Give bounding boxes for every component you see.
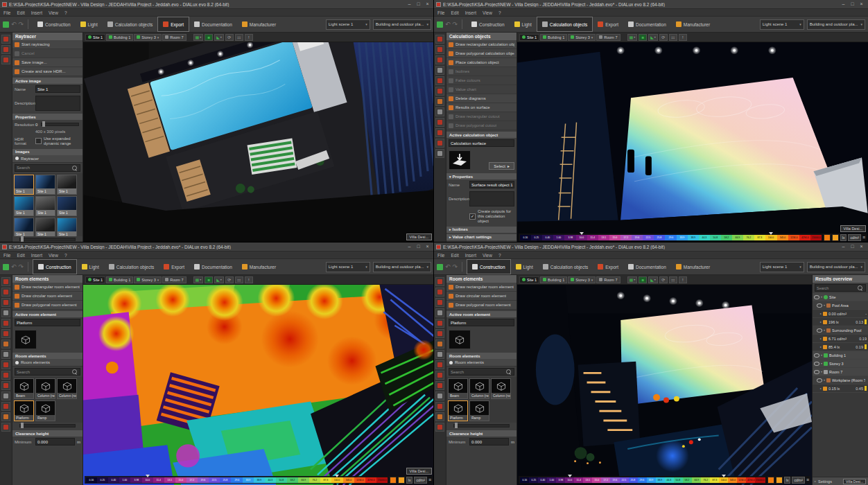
mode-tab[interactable]: Export [593, 259, 623, 274]
maximize-button[interactable]: □ [848, 1, 857, 8]
refresh-view-icon[interactable]: ⟳ [225, 34, 234, 41]
stairs-tool-icon[interactable] [1, 381, 10, 390]
minimum-height-input[interactable]: 0.000 [469, 438, 509, 446]
warning-icon[interactable]: ! [245, 34, 253, 41]
slider-knob[interactable] [21, 423, 24, 428]
result-row[interactable]: 85.4 lx 0.19 [813, 343, 868, 351]
search-input[interactable]: Search [15, 164, 80, 172]
panel-action-button[interactable]: Draw polygonal calculation object [446, 49, 517, 58]
wall-tool-icon[interactable] [1, 308, 10, 317]
breadcrumb-item[interactable]: Room 7 [596, 34, 620, 41]
visibility-eye-icon[interactable] [814, 370, 819, 374]
menu-item[interactable]: ? [64, 253, 67, 258]
panel-action-button[interactable]: Draw rectangular calculation object [446, 40, 517, 49]
breadcrumb-item[interactable]: Building 1 [106, 34, 133, 41]
search-input[interactable]: Search [449, 368, 514, 376]
create-outputs-checkbox[interactable]: ✓ [469, 213, 476, 220]
circle-room-tool-icon[interactable] [1, 288, 10, 297]
visibility-eye-icon[interactable] [817, 303, 822, 308]
scale-menu-icon[interactable]: ≡ [806, 477, 809, 482]
unit-lx-button[interactable]: lx [406, 477, 413, 484]
mode-tab[interactable]: Export [159, 259, 189, 274]
column-tool-icon[interactable] [435, 340, 444, 349]
glare-tool-icon[interactable] [435, 87, 444, 96]
visibility-eye-icon[interactable] [817, 378, 822, 382]
render-thumbnail[interactable]: Site 1 [35, 218, 55, 236]
planning-mode-dropdown[interactable]: Building and outdoor pla...▾ [807, 262, 865, 272]
expander-icon[interactable] [824, 328, 825, 332]
panel-action-button[interactable]: Draw circular room element [12, 292, 83, 301]
menu-item[interactable]: Edit [451, 253, 458, 258]
false-colour-scale[interactable]: 0.160.250.401.003.9810.011.413.115.017.2… [519, 233, 867, 241]
unit-lx-button[interactable]: lx [784, 477, 791, 484]
catalog-item[interactable]: Ramp [469, 400, 489, 421]
floor-tool-icon[interactable] [435, 329, 444, 338]
render-thumbnail[interactable]: Site 1 [35, 175, 55, 195]
scale-swatch-high[interactable] [776, 477, 783, 484]
isolines-section-header[interactable]: Isolines [446, 227, 517, 233]
value-chart-section-header[interactable]: Value chart settings [446, 234, 517, 240]
planning-mode-dropdown[interactable]: Building and outdoor pla...▾ [373, 262, 431, 272]
scale-swatch-low[interactable] [390, 477, 397, 484]
rect-room-tool-icon[interactable] [1, 277, 10, 286]
menu-item[interactable]: ? [498, 10, 501, 15]
minimum-height-input[interactable]: 0.000 [35, 438, 75, 446]
camera-tool-icon[interactable] [435, 107, 444, 116]
breadcrumb-item[interactable]: Site 1 [85, 34, 105, 41]
mode-tab[interactable]: Documentation [189, 17, 237, 32]
minimize-button[interactable]: – [405, 243, 414, 250]
visibility-eye-icon[interactable] [814, 362, 819, 366]
wall-tool-icon[interactable] [435, 308, 444, 317]
breadcrumb-item[interactable]: Site 1 [519, 34, 539, 41]
image-name-input[interactable]: Site 1 [35, 85, 80, 93]
images-source-tab[interactable]: Raytracer [12, 155, 83, 163]
warning-icon[interactable]: ! [245, 276, 253, 283]
opening-tool-icon[interactable] [1, 391, 10, 400]
render-thumbnail[interactable]: Site 1 [57, 218, 77, 236]
catalog-item[interactable]: Column (re... [469, 378, 489, 399]
menu-item[interactable]: File [437, 253, 444, 258]
breadcrumb-item[interactable]: Storey 3 [134, 276, 162, 283]
window-tool-icon[interactable] [1, 402, 10, 411]
image-description-input[interactable] [35, 96, 80, 111]
mode-tab[interactable]: Manufacturer [237, 17, 281, 32]
menu-item[interactable]: Insert [31, 10, 42, 15]
visibility-eye-icon[interactable] [814, 353, 819, 358]
maximize-button[interactable]: □ [414, 1, 423, 8]
calc-point-tool-icon[interactable] [435, 55, 444, 64]
hdr-checkbox[interactable] [35, 138, 42, 144]
door-tool-icon[interactable] [1, 412, 10, 421]
mode-tab[interactable]: Construction [467, 17, 510, 32]
measure-icon[interactable]: ⚏ [669, 276, 677, 283]
platform-tool-icon[interactable] [435, 360, 444, 369]
render-thumbnail[interactable]: Site 1 [14, 196, 34, 216]
maximize-button[interactable]: □ [848, 243, 857, 250]
mode-tab[interactable]: Calculation objects [538, 259, 593, 274]
mode-tab[interactable]: Light [510, 17, 537, 32]
panorama-tool-icon[interactable] [1, 45, 10, 54]
expander-icon[interactable] [820, 320, 822, 324]
thumbnail-size-slider[interactable] [19, 238, 76, 241]
daylight-tool-icon[interactable] [435, 97, 444, 106]
minimize-button[interactable]: – [405, 1, 414, 8]
mode-tab[interactable]: Manufacturer [237, 259, 281, 274]
minimize-button[interactable]: – [839, 1, 848, 8]
mode-tab[interactable]: Construction [467, 259, 511, 274]
unit-cd-button[interactable]: cd/m² [792, 477, 805, 484]
floor-tool-icon[interactable] [1, 329, 10, 338]
stairs-tool-icon[interactable] [435, 381, 444, 390]
calc-line-tool-icon[interactable] [435, 66, 444, 75]
expander-icon[interactable] [820, 345, 822, 349]
panel-action-button[interactable]: Save image... [12, 58, 83, 67]
catalog-item[interactable]: Ramp [35, 400, 55, 421]
solid-view-button[interactable]: ■ [205, 34, 213, 41]
catalog-item[interactable]: Beam [14, 378, 34, 399]
scale-swatch-low[interactable] [767, 477, 774, 484]
breadcrumb-item[interactable]: Storey 3 [568, 276, 596, 283]
panel-action-button[interactable]: Create and save HDR... [12, 67, 83, 76]
cutout-tool-icon[interactable] [435, 128, 444, 137]
breadcrumb-item[interactable]: Room 7 [162, 34, 186, 41]
panel-action-button[interactable]: Draw circular room element [446, 292, 517, 301]
floorplan-view-button[interactable]: ▦ [627, 276, 638, 283]
solid-view-button[interactable]: ■ [639, 34, 647, 41]
